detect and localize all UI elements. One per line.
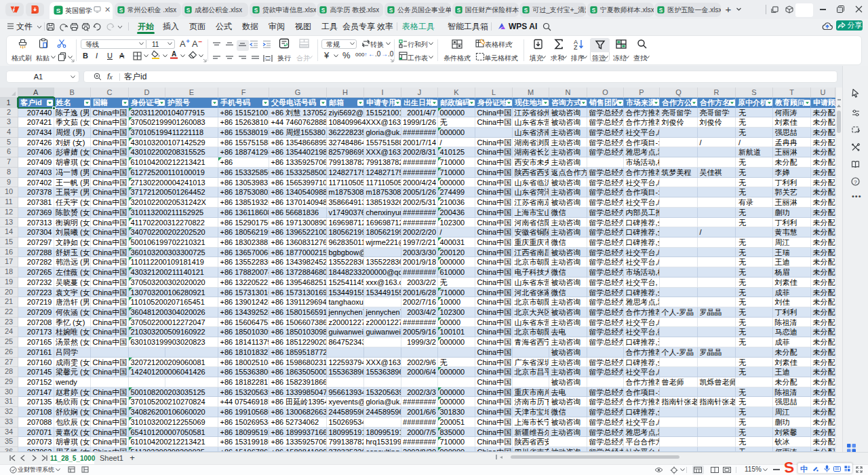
svg-text:?: ? xyxy=(854,179,857,185)
svg-text:S: S xyxy=(783,461,795,473)
